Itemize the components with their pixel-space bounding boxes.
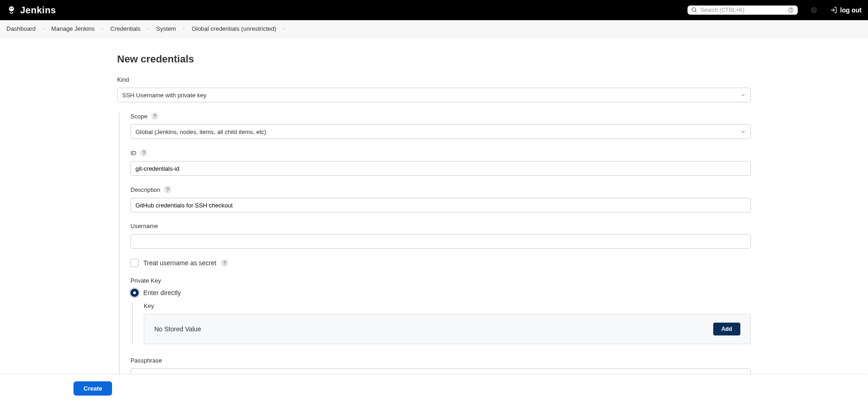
breadcrumb: Dashboard Manage Jenkins Credentials Sys… <box>0 20 868 38</box>
jenkins-logo-icon <box>6 5 17 15</box>
search-icon <box>691 7 698 13</box>
help-icon[interactable]: ? <box>151 112 158 120</box>
search-box[interactable] <box>688 6 798 15</box>
enter-directly-label: Enter directly <box>143 289 181 296</box>
breadcrumb-credentials[interactable]: Credentials <box>110 25 141 32</box>
brand-name: Jenkins <box>20 5 56 16</box>
breadcrumb-dashboard[interactable]: Dashboard <box>6 25 36 32</box>
no-stored-value-text: No Stored Value <box>154 325 201 333</box>
chevron-down-icon <box>740 92 746 98</box>
treat-username-secret-label: Treat username as secret <box>143 259 216 267</box>
radio-dot-icon <box>133 291 136 294</box>
username-input[interactable] <box>130 234 751 249</box>
footer-bar: Create <box>0 374 868 402</box>
breadcrumb-manage-jenkins[interactable]: Manage Jenkins <box>51 25 95 32</box>
svg-point-0 <box>9 6 14 11</box>
help-icon[interactable]: ? <box>221 259 228 267</box>
description-label: Description <box>130 186 160 193</box>
svg-point-1 <box>10 8 11 9</box>
breadcrumb-global-credentials[interactable]: Global credentials (unrestricted) <box>192 25 276 32</box>
logout-button[interactable]: log out <box>830 6 862 14</box>
passphrase-label: Passphrase <box>130 357 751 364</box>
description-input[interactable] <box>130 198 751 212</box>
chevron-right-icon <box>100 27 105 31</box>
page-title: New credentials <box>117 53 751 65</box>
chevron-right-icon <box>282 27 287 31</box>
chevron-right-icon <box>181 27 186 31</box>
svg-point-3 <box>692 8 696 11</box>
help-icon[interactable]: ? <box>164 186 171 193</box>
svg-line-4 <box>695 11 697 12</box>
logout-label: log out <box>840 6 862 14</box>
kind-value: SSH Username with private key <box>122 92 207 99</box>
top-header: Jenkins lo <box>0 0 868 20</box>
private-key-label: Private Key <box>130 277 751 284</box>
id-label: ID <box>130 150 136 156</box>
username-label: Username <box>130 223 751 229</box>
kind-label: Kind <box>117 76 751 83</box>
scope-label: Scope <box>130 113 147 120</box>
help-icon[interactable] <box>788 7 794 13</box>
logout-icon <box>830 6 837 14</box>
search-input[interactable] <box>700 7 785 13</box>
enter-directly-radio[interactable] <box>130 289 139 297</box>
id-input[interactable] <box>130 161 751 176</box>
chevron-down-icon <box>740 129 746 134</box>
kind-select[interactable]: SSH Username with private key <box>117 88 751 102</box>
add-key-button[interactable]: Add <box>713 323 740 335</box>
scope-value: Global (Jenkins, nodes, items, all child… <box>135 128 266 135</box>
user-avatar-icon[interactable] <box>811 7 817 13</box>
svg-point-6 <box>791 11 791 11</box>
svg-point-2 <box>12 8 13 9</box>
chevron-right-icon <box>146 27 151 31</box>
key-box: No Stored Value Add <box>144 314 751 344</box>
breadcrumb-system[interactable]: System <box>156 25 176 32</box>
chevron-right-icon <box>41 27 46 31</box>
create-button[interactable]: Create <box>73 381 112 396</box>
key-label: Key <box>144 302 751 309</box>
treat-username-secret-checkbox[interactable] <box>130 259 139 267</box>
scope-select[interactable]: Global (Jenkins, nodes, items, all child… <box>130 124 751 139</box>
help-icon[interactable]: ? <box>140 149 147 156</box>
